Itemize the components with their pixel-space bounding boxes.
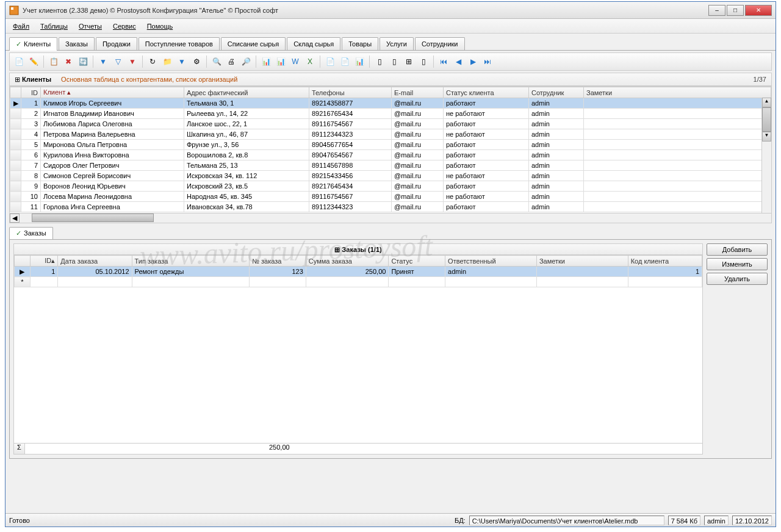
last-icon[interactable]: ⏭ bbox=[481, 55, 494, 68]
col-phones[interactable]: Телефоны bbox=[309, 87, 392, 98]
table-row[interactable]: 2Игнатов Владимир ИвановичРылеева ул., 1… bbox=[10, 109, 771, 119]
sql-icon[interactable]: ⚙ bbox=[190, 55, 203, 68]
refresh-icon[interactable]: 🔄 bbox=[76, 55, 90, 68]
subcol-notes[interactable]: Заметки bbox=[536, 256, 628, 267]
record-counter: 1/37 bbox=[754, 76, 766, 83]
chart-icon[interactable]: 📊 bbox=[353, 55, 366, 68]
menubar: Файл Таблицы Отчеты Сервис Помощь bbox=[5, 19, 776, 34]
maximize-button[interactable]: □ bbox=[727, 5, 744, 16]
preview-icon[interactable]: 🔎 bbox=[239, 55, 253, 68]
table-row[interactable]: ▶105.10.2012Ремонт одежды123250,00Принят… bbox=[15, 267, 702, 277]
subtab-orders[interactable]: ✓Заказы bbox=[9, 227, 53, 239]
tab-goods[interactable]: Товары bbox=[342, 37, 378, 50]
tab-writeoff[interactable]: Списание сырья bbox=[221, 37, 286, 50]
sub-grid: ⊞ Заказы (1/1) ID▴ Дата заказа Тип заказ… bbox=[13, 243, 703, 455]
export1-icon[interactable]: 📊 bbox=[259, 55, 273, 68]
col-rowheader[interactable] bbox=[10, 87, 21, 98]
filter2-icon[interactable]: ▼ bbox=[175, 55, 189, 68]
word-icon[interactable]: W bbox=[289, 55, 302, 68]
table-icon: ⊞ bbox=[15, 76, 20, 84]
table-row[interactable]: 5Миронова Ольга ПетровнаФрунзе ул., 3, 5… bbox=[10, 140, 771, 150]
filter-clear-icon[interactable]: ▽ bbox=[111, 55, 124, 68]
subcol-sum[interactable]: Сумма заказа bbox=[306, 256, 389, 267]
scroll-thumb[interactable] bbox=[762, 107, 771, 132]
import1-icon[interactable]: 📄 bbox=[323, 55, 337, 68]
grid-icon[interactable]: ⊞ bbox=[402, 55, 416, 68]
prev-icon[interactable]: ◀ bbox=[452, 55, 465, 68]
tab-staff[interactable]: Сотрудники bbox=[415, 37, 465, 50]
scroll-up-icon[interactable]: ▲ bbox=[762, 98, 771, 107]
col-employee[interactable]: Сотрудник bbox=[529, 87, 584, 98]
subcol-rowheader[interactable] bbox=[15, 256, 31, 267]
edit-button[interactable]: Изменить bbox=[707, 258, 768, 270]
table-row[interactable]: 9Воронов Леонид ЮрьевичИскровский 23, кв… bbox=[10, 181, 771, 192]
menu-service[interactable]: Сервис bbox=[108, 21, 141, 32]
menu-file[interactable]: Файл bbox=[8, 21, 34, 32]
table-row[interactable]: 7Сидоров Олег ПетровичТельмана 25, 13891… bbox=[10, 160, 771, 171]
table-row[interactable]: 4Петрова Марина ВалерьевнаШкапина ул., 4… bbox=[10, 129, 771, 140]
action2-icon[interactable]: 📁 bbox=[160, 55, 174, 68]
filter-icon[interactable]: ▼ bbox=[96, 55, 110, 68]
statusbar: Готово БД: C:\Users\Mariya\Documents\Уче… bbox=[5, 513, 776, 527]
menu-help[interactable]: Помощь bbox=[142, 21, 178, 32]
toolbar: 📄 ✏️ 📋 ✖ 🔄 ▼ ▽ ▼ ↻ 📁 ▼ ⚙ 🔍 🖨 🔎 📊 📊 W X 📄… bbox=[9, 52, 772, 71]
delete-icon[interactable]: ✖ bbox=[62, 55, 75, 68]
status-db-label: БД: bbox=[455, 517, 466, 524]
table-row[interactable]: ▶1Климов Игорь СергеевичТельмана 30, 189… bbox=[10, 98, 771, 109]
col-email[interactable]: E-mail bbox=[392, 87, 444, 98]
menu-tables[interactable]: Таблицы bbox=[35, 21, 73, 32]
new-row[interactable]: * bbox=[15, 277, 702, 287]
view1-icon[interactable]: ▯ bbox=[373, 55, 386, 68]
subcol-type[interactable]: Тип заказа bbox=[132, 256, 250, 267]
table-row[interactable]: 3Любимова Лариса ОлеговнаЛанское шос., 2… bbox=[10, 119, 771, 129]
tab-stock[interactable]: Склад сырья bbox=[287, 37, 340, 50]
col-notes[interactable]: Заметки bbox=[584, 87, 771, 98]
tab-sales[interactable]: Продажи bbox=[96, 37, 137, 50]
tab-services[interactable]: Услуги bbox=[380, 37, 414, 50]
subcol-id[interactable]: ID▴ bbox=[30, 256, 58, 267]
tab-clients[interactable]: ✓Клиенты bbox=[9, 37, 57, 51]
import2-icon[interactable]: 📄 bbox=[338, 55, 351, 68]
col-status[interactable]: Статус клиента bbox=[444, 87, 529, 98]
table-desc: Основная таблица с контрагентами, список… bbox=[61, 76, 754, 83]
subcol-date[interactable]: Дата заказа bbox=[58, 256, 132, 267]
close-button[interactable]: ✕ bbox=[745, 5, 772, 16]
horizontal-scrollbar[interactable]: ◀ bbox=[10, 213, 771, 223]
hscroll-thumb[interactable] bbox=[32, 214, 154, 222]
table-row[interactable]: 11Горлова Инга СергеевнаИвановская 34, к… bbox=[10, 202, 771, 212]
minimize-button[interactable]: – bbox=[708, 5, 725, 16]
col-address[interactable]: Адрес фактический bbox=[184, 87, 309, 98]
menu-reports[interactable]: Отчеты bbox=[74, 21, 107, 32]
status-user: admin bbox=[704, 516, 729, 525]
find-icon[interactable]: 🔍 bbox=[210, 55, 223, 68]
copy-icon[interactable]: 📋 bbox=[47, 55, 60, 68]
subcol-status[interactable]: Статус bbox=[389, 256, 445, 267]
tab-orders[interactable]: Заказы bbox=[59, 37, 95, 50]
table-row[interactable]: 10Лосева Марина ЛеонидовнаНародная 45, к… bbox=[10, 192, 771, 202]
vertical-scrollbar[interactable]: ▲ ▼ bbox=[761, 98, 771, 213]
side-buttons: Добавить Изменить Удалить bbox=[707, 243, 768, 455]
sum-value: 250,00 bbox=[25, 444, 702, 454]
new-icon[interactable]: 📄 bbox=[12, 55, 26, 68]
col-id[interactable]: ID bbox=[21, 87, 41, 98]
print-icon[interactable]: 🖨 bbox=[225, 55, 238, 68]
table-row[interactable]: 6Курилова Инна ВикторовнаВорошилова 2, к… bbox=[10, 150, 771, 160]
table-row[interactable]: 8Симонов Сергей БорисовичИскровская 34, … bbox=[10, 171, 771, 181]
excel-icon[interactable]: X bbox=[303, 55, 317, 68]
delete-button[interactable]: Удалить bbox=[707, 273, 768, 285]
scroll-down-icon[interactable]: ▼ bbox=[762, 132, 771, 142]
export2-icon[interactable]: 📊 bbox=[274, 55, 287, 68]
first-icon[interactable]: ⏮ bbox=[437, 55, 450, 68]
view3-icon[interactable]: ▯ bbox=[417, 55, 430, 68]
filter-off-icon[interactable]: ▼ bbox=[126, 55, 139, 68]
subcol-resp[interactable]: Ответственный bbox=[445, 256, 537, 267]
next-icon[interactable]: ▶ bbox=[466, 55, 480, 68]
edit-icon[interactable]: ✏️ bbox=[27, 55, 40, 68]
add-button[interactable]: Добавить bbox=[707, 243, 768, 256]
tab-supplies[interactable]: Поступление товаров bbox=[139, 37, 220, 50]
col-client[interactable]: Клиент ▴ bbox=[41, 87, 184, 98]
view2-icon[interactable]: ▯ bbox=[387, 55, 401, 68]
action1-icon[interactable]: ↻ bbox=[146, 55, 159, 68]
subcol-num[interactable]: № заказа bbox=[250, 256, 306, 267]
subcol-clientcode[interactable]: Код клиента bbox=[628, 256, 702, 267]
